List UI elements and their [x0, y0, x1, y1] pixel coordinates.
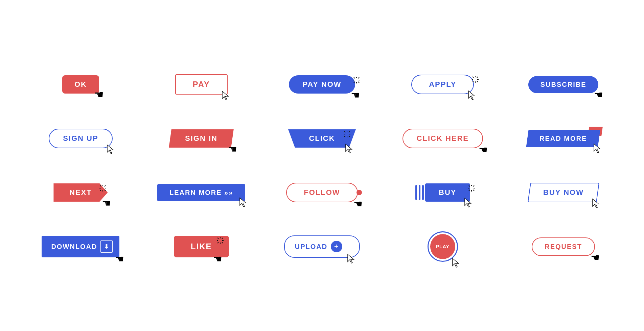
- svg-line-43: [473, 190, 474, 191]
- svg-line-53: [222, 242, 223, 243]
- svg-line-33: [100, 185, 101, 186]
- svg-marker-46: [465, 198, 471, 207]
- svg-line-55: [217, 242, 218, 243]
- signup-cell: SIGN UP: [27, 122, 134, 155]
- buy-line-2: [419, 185, 420, 200]
- svg-line-24: [349, 136, 350, 137]
- buy-line-3: [422, 185, 424, 200]
- follow-cell: FOLLOW ☚: [269, 176, 376, 209]
- main-canvas: OK ☚ PAY PAY NOW: [0, 0, 644, 331]
- download-button[interactable]: DOWNLOAD ⬇: [42, 236, 119, 257]
- click-burst-buy: [468, 185, 475, 192]
- buy-wrap: BUY: [415, 183, 470, 202]
- play-cell: PLAY: [389, 230, 496, 263]
- arrow-cursor-click: [345, 144, 354, 154]
- ok-cell: OK ☚: [27, 68, 134, 101]
- svg-marker-56: [348, 254, 354, 263]
- click-burst-like: [217, 237, 224, 244]
- request-cell: REQUEST ☚: [510, 230, 617, 263]
- svg-line-54: [222, 238, 223, 239]
- buy-line-1: [415, 185, 417, 200]
- ok-button[interactable]: OK: [62, 75, 99, 94]
- hand-cursor-request: ☚: [591, 252, 600, 263]
- svg-line-16: [473, 81, 474, 82]
- svg-line-36: [100, 190, 101, 191]
- hand-cursor-paynow: ☚: [351, 89, 360, 101]
- hand-cursor-subscribe: ☚: [594, 89, 603, 101]
- svg-line-8: [354, 82, 355, 83]
- follow-button[interactable]: FOLLOW: [286, 183, 358, 202]
- signup-button[interactable]: SIGN UP: [49, 129, 112, 148]
- arrow-cursor-buynow: [592, 198, 601, 209]
- arrow-cursor-upload: [347, 254, 356, 264]
- buy-button[interactable]: BUY: [425, 183, 470, 202]
- svg-marker-47: [593, 199, 599, 208]
- upload-cell: UPLOAD +: [269, 230, 376, 263]
- follow-dot: [356, 190, 362, 195]
- request-button[interactable]: REQUEST: [532, 237, 595, 256]
- paynow-button[interactable]: PAY NOW: [289, 75, 355, 94]
- buynow-cell: BUY NOW: [510, 176, 617, 209]
- arrow-cursor-apply: [468, 90, 477, 101]
- svg-marker-57: [453, 258, 459, 267]
- next-cell: NEXT ☚: [27, 176, 134, 209]
- buy-cell: BUY: [389, 176, 496, 209]
- play-button[interactable]: PLAY: [430, 234, 455, 259]
- click-burst-apply: [472, 76, 479, 83]
- buy-accent-lines: [415, 185, 424, 200]
- svg-line-25: [349, 131, 350, 132]
- hand-cursor-next: ☚: [102, 197, 111, 209]
- arrow-cursor-pay: [222, 91, 231, 101]
- apply-cell: APPLY: [389, 68, 496, 101]
- svg-marker-28: [594, 144, 600, 153]
- learnmore-button[interactable]: LEARN MORE »»: [157, 184, 245, 201]
- hand-cursor-like: ☚: [213, 253, 222, 265]
- upload-plus-icon: +: [331, 241, 342, 252]
- apply-button[interactable]: APPLY: [411, 75, 474, 94]
- svg-line-52: [217, 238, 218, 239]
- pay-cell: PAY: [148, 68, 255, 101]
- svg-line-13: [473, 77, 474, 78]
- paynow-cell: PAY NOW ☚: [269, 68, 376, 101]
- svg-line-35: [105, 185, 106, 186]
- learnmore-cell: LEARN MORE »»: [148, 176, 255, 209]
- svg-line-7: [358, 77, 359, 78]
- arrow-cursor-buy: [464, 198, 474, 208]
- like-cell: LIKE ☚: [148, 230, 255, 263]
- download-cell: DOWNLOAD ⬇ ☚: [27, 230, 134, 263]
- svg-marker-37: [240, 198, 246, 207]
- subscribe-button[interactable]: SUBSCRIBE: [528, 76, 599, 93]
- svg-line-23: [344, 131, 345, 132]
- svg-marker-17: [468, 91, 475, 100]
- clickhere-cell: CLICK HERE ☚: [389, 122, 496, 155]
- signin-cell: SIGN IN ☚: [148, 122, 255, 155]
- clickhere-button[interactable]: CLICK HERE: [402, 129, 483, 148]
- hand-cursor-download: ☚: [115, 253, 124, 265]
- click-cell: CLICK: [269, 122, 376, 155]
- svg-line-26: [344, 136, 345, 137]
- arrow-cursor-readmore: [593, 143, 603, 154]
- svg-line-5: [354, 77, 355, 78]
- readmore-cell: READ MORE: [510, 122, 617, 155]
- signin-button[interactable]: SIGN IN: [169, 129, 233, 148]
- svg-line-15: [477, 77, 478, 78]
- arrow-cursor-play: [452, 258, 461, 269]
- hand-cursor-clickhere: ☚: [479, 144, 488, 156]
- click-burst-paynow: [353, 77, 360, 83]
- hand-cursor-signin: ☚: [228, 143, 237, 155]
- arrow-cursor-signup: [107, 144, 116, 155]
- button-grid: OK ☚ PAY PAY NOW: [0, 47, 644, 284]
- svg-marker-18: [107, 145, 113, 154]
- svg-marker-27: [346, 144, 352, 153]
- svg-line-42: [469, 185, 470, 186]
- readmore-button[interactable]: READ MORE: [526, 130, 600, 147]
- download-icon: ⬇: [100, 240, 113, 253]
- subscribe-cell: SUBSCRIBE ☚: [510, 68, 617, 101]
- hand-cursor-follow: ☚: [353, 198, 363, 210]
- arrow-cursor-learnmore: [239, 197, 249, 208]
- svg-line-34: [105, 190, 106, 191]
- buynow-button[interactable]: BUY NOW: [528, 183, 599, 202]
- click-burst-click: [344, 131, 350, 137]
- pay-button[interactable]: PAY: [175, 74, 228, 95]
- click-burst-next: [99, 185, 106, 192]
